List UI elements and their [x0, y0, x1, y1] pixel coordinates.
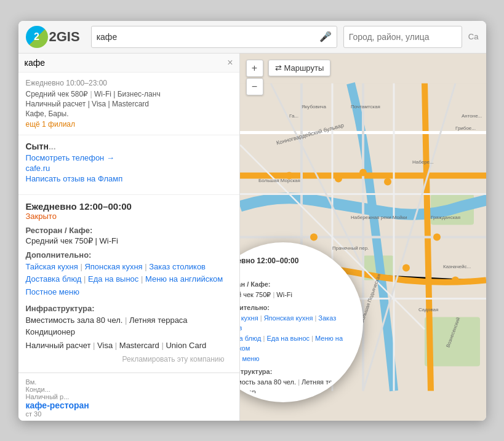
- svg-point-15: [335, 175, 342, 182]
- svg-point-16: [384, 178, 391, 185]
- extra-item-3[interactable]: Заказ столиков: [149, 262, 206, 271]
- magnifier: Ежедневно 12:00–00:00 Закрыто Ресторан /…: [240, 242, 363, 402]
- mag-hours: Ежедневно 12:00–00:00: [240, 255, 352, 266]
- svg-text:Гражданская: Гражданская: [431, 214, 460, 220]
- mag-infra-2: Кондиционер: [240, 387, 352, 397]
- close-button[interactable]: ×: [227, 57, 233, 68]
- mini-card-payment: Наличный р...: [26, 393, 232, 400]
- main-content: × Ежедневно 10:00–23:00 Средний чек 580₽…: [18, 54, 486, 421]
- svg-point-21: [452, 276, 459, 284]
- extra-label: Дополнительно:: [26, 250, 232, 260]
- svg-text:Почтамтская: Почтамтская: [351, 103, 380, 109]
- advertise-button[interactable]: Рекламировать эту компанию: [26, 350, 232, 366]
- logo-text: 2GIS: [49, 29, 80, 45]
- mic-icon[interactable]: 🎤: [319, 31, 332, 42]
- status-text: Закрыто: [26, 212, 232, 221]
- search-header: ×: [18, 54, 239, 73]
- review-link[interactable]: Написать отзыв на Фламп: [26, 174, 232, 183]
- routes-icon: ⇄: [275, 63, 282, 73]
- svg-text:Га...: Га...: [289, 113, 298, 118]
- result-card-1: Ежедневно 10:00–23:00 Средний чек 580₽ |…: [18, 73, 239, 135]
- card-type-text: Кафе, Бары.: [26, 109, 232, 118]
- map-controls: + −: [246, 60, 263, 95]
- action-links: Посмотреть телефон → cafe.ru Написать от…: [26, 153, 232, 183]
- routes-label: Маршруты: [284, 63, 324, 73]
- svg-text:Антоне...: Антоне...: [462, 113, 482, 118]
- result-card-2: Сытн... Посмотреть телефон → cafe.ru Нап…: [18, 135, 239, 195]
- main-search-input[interactable]: [97, 32, 319, 42]
- cafe-restaurant-link[interactable]: кафе-ресторан: [26, 400, 89, 410]
- svg-text:Якубовича: Якубовича: [302, 103, 326, 109]
- mag-infra-label: Инфраструктура:: [240, 367, 352, 377]
- svg-text:Казначейс...: Казначейс...: [443, 263, 471, 269]
- top-bar: 2 2GIS 🎤 Са: [18, 21, 486, 54]
- mag-extra-1: Тайская кухня | Японская кухня | Заказ с…: [240, 313, 352, 333]
- type-label: Ресторан / Кафе:: [26, 226, 232, 235]
- svg-text:Садовая: Садовая: [418, 306, 438, 312]
- mini-card: Вм. Конди... Наличный р... кафе-ресторан…: [18, 373, 239, 421]
- browser-window: 2 2GIS 🎤 Са × Ежедневно 10:00–23:00 Сред…: [18, 21, 486, 421]
- mag-type-label: Ресторан / Кафе:: [240, 279, 352, 290]
- svg-text:Большая Морская: Большая Морская: [258, 177, 300, 183]
- payment-row: Наличный расчет | Visa | Mastercard | Un…: [26, 341, 232, 350]
- routes-button[interactable]: ⇄ Маршруты: [268, 60, 331, 76]
- svg-point-18: [359, 169, 367, 176]
- zoom-out-button[interactable]: −: [246, 78, 263, 95]
- svg-text:Набережная реки Мойки: Набережная реки Мойки: [351, 214, 407, 220]
- extra-item-1[interactable]: Тайская кухня: [26, 262, 78, 271]
- location-search-bar[interactable]: [343, 26, 462, 48]
- schedule-text: Ежедневно 10:00–23:00: [26, 79, 232, 87]
- svg-point-20: [433, 233, 441, 240]
- mag-extra-label: Дополнительно:: [240, 303, 352, 313]
- location-search-input[interactable]: [349, 32, 457, 42]
- website-link[interactable]: cafe.ru: [26, 164, 232, 173]
- extra-item-5[interactable]: Еда на вынос: [88, 274, 138, 284]
- mini-card-condi: Конди...: [26, 386, 232, 393]
- type-value: Средний чек 750₽ | Wi-Fi: [26, 236, 232, 245]
- magnifier-panel: Ежедневно 12:00–00:00 Закрыто Ресторан /…: [240, 246, 359, 399]
- extra-item-6[interactable]: Меню на английском: [145, 274, 223, 284]
- logo: 2 2GIS: [26, 26, 80, 48]
- payment-text-1: Наличный расчет | Visa | Mastercard: [26, 100, 232, 108]
- svg-point-17: [310, 233, 318, 240]
- infra-label: Инфраструктура:: [26, 304, 232, 313]
- svg-text:Грибое...: Грибое...: [455, 125, 476, 130]
- panel-search-input[interactable]: [25, 58, 224, 68]
- extra-item-2[interactable]: Японская кухня: [84, 262, 142, 271]
- mini-card-title[interactable]: кафе-ресторан: [26, 400, 232, 410]
- main-search-bar[interactable]: 🎤: [91, 26, 337, 48]
- mag-extra-2: Доставка блюд | Еда на вынос | Меню на а…: [240, 333, 352, 354]
- price-wifi-text: Средний чек 580₽ | Wi-Fi | Бизнес-ланч: [26, 90, 232, 98]
- mag-type-val: Средний чек 750₽ | Wi-Fi: [240, 290, 352, 300]
- hours-block: Ежедневно 12:00–00:00 Закрыто: [26, 201, 232, 221]
- extra-items: Тайская кухня | Японская кухня | Заказ с…: [26, 261, 232, 299]
- branch-link[interactable]: ещё 1 филиал: [26, 120, 76, 129]
- extra-item-7[interactable]: Постное меню: [26, 287, 79, 296]
- mini-card-prefix: Вм.: [26, 378, 232, 386]
- hours-text: Ежедневно 12:00–00:00: [26, 201, 232, 212]
- mini-card-detail: ст 30: [26, 410, 232, 418]
- search-button[interactable]: Са: [468, 32, 479, 41]
- magnifier-content: Ежедневно 12:00–00:00 Закрыто Ресторан /…: [240, 246, 359, 399]
- detail-card: Ежедневно 12:00–00:00 Закрыто Ресторан /…: [18, 195, 239, 373]
- extra-item-4[interactable]: Доставка блюд: [26, 274, 82, 284]
- phone-link[interactable]: Посмотреть телефон →: [26, 153, 232, 162]
- mag-extra-3: Постное меню: [240, 354, 352, 364]
- logo-icon: 2: [26, 26, 48, 48]
- zoom-in-button[interactable]: +: [246, 60, 263, 77]
- svg-point-19: [402, 264, 410, 271]
- svg-text:Набере...: Набере...: [412, 159, 434, 164]
- left-panel: × Ежедневно 10:00–23:00 Средний чек 580₽…: [18, 54, 240, 421]
- map-area[interactable]: Конногвардейский бульвар Большая Морская…: [240, 54, 486, 421]
- mag-status: Закрыто: [240, 266, 352, 277]
- mag-infra-1: Вместимость зала 80 чел. | Летняя террас…: [240, 377, 352, 387]
- infra-value: Вместимость зала 80 чел. | Летняя террас…: [26, 314, 232, 338]
- card2-name: Сытн...: [26, 141, 232, 151]
